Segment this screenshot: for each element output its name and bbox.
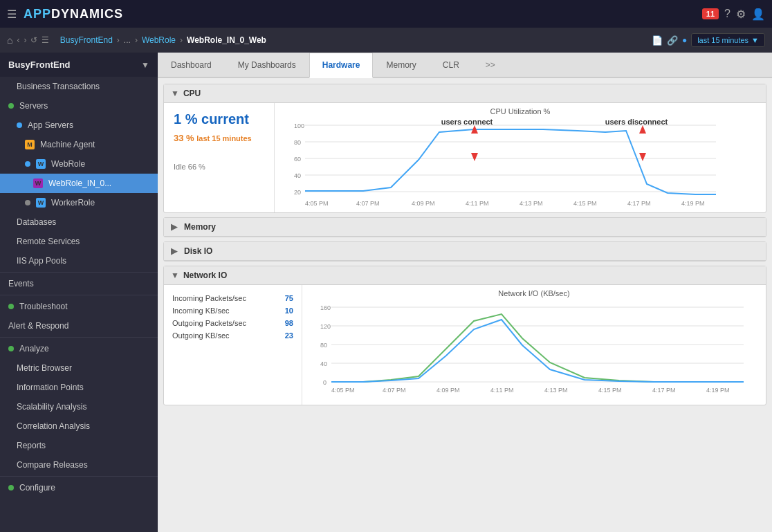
tab-clr[interactable]: CLR	[430, 53, 472, 77]
agent-icon-blue: W	[36, 159, 46, 169]
hamburger-icon[interactable]: ☰	[7, 8, 17, 21]
home-icon[interactable]: ⌂	[7, 35, 12, 46]
help-icon[interactable]: ?	[724, 8, 730, 20]
cpu-panel-header[interactable]: ▼ CPU	[164, 84, 766, 103]
breadcrumb-busyfrontend[interactable]: BusyFrontEnd	[60, 35, 113, 45]
net-stat-label-1: Incoming KB/sec	[172, 306, 230, 315]
tab-hardware[interactable]: Hardware	[309, 53, 374, 78]
sidebar-label: Business Transactions	[17, 82, 100, 91]
sidebar-label: Troubleshoot	[19, 302, 68, 311]
time-selector[interactable]: last 15 minutes ▼	[691, 33, 765, 47]
sidebar-item-information-points[interactable]: Information Points	[0, 378, 158, 397]
cpu-chart-area: CPU Utilization % 100 80 60 40 20	[275, 103, 766, 212]
svg-text:4:15 PM: 4:15 PM	[598, 387, 622, 394]
sidebar-item-compare-releases[interactable]: Compare Releases	[0, 455, 158, 475]
svg-text:4:05 PM: 4:05 PM	[305, 200, 329, 207]
net-stat-row-1: Incoming KB/sec 10	[172, 304, 293, 317]
sidebar-label: Compare Releases	[17, 460, 88, 470]
svg-text:100: 100	[294, 122, 304, 129]
divider3	[0, 337, 158, 338]
network-io-panel-header[interactable]: ▼ Network IO	[164, 266, 766, 285]
sidebar-item-alert-respond[interactable]: Alert & Respond	[0, 316, 158, 336]
notification-badge[interactable]: 11	[702, 8, 719, 19]
cpu-chart-title: CPU Utilization %	[280, 107, 760, 116]
sidebar-dropdown-icon: ▼	[141, 60, 149, 70]
sidebar-item-analyze[interactable]: Analyze	[0, 339, 158, 358]
svg-text:4:13 PM: 4:13 PM	[544, 387, 568, 394]
svg-text:80: 80	[294, 139, 301, 146]
cpu-idle-value: Idle 66 %	[174, 163, 264, 171]
disk-io-panel-title: Disk IO	[184, 246, 212, 256]
sidebar-label: App Servers	[28, 120, 73, 130]
svg-text:4:09 PM: 4:09 PM	[436, 387, 460, 394]
breadcrumb-webrole[interactable]: WebRole	[142, 35, 176, 45]
tab-my-dashboards[interactable]: My Dashboards	[225, 53, 309, 77]
sidebar-app-name: BusyFrontEnd	[8, 59, 71, 70]
svg-text:4:19 PM: 4:19 PM	[681, 200, 705, 207]
network-io-panel-title: Network IO	[183, 270, 227, 280]
nav-forward-icon[interactable]: ›	[24, 35, 26, 45]
sidebar-label: Metric Browser	[17, 363, 72, 373]
disk-io-panel-header[interactable]: ▶ Disk IO	[164, 242, 766, 261]
status-dot-green3	[8, 346, 14, 351]
sidebar-item-configure[interactable]: Configure	[0, 478, 158, 497]
settings-icon[interactable]: ⚙	[736, 8, 746, 21]
svg-text:4:17 PM: 4:17 PM	[652, 387, 676, 394]
svg-text:0: 0	[323, 379, 327, 386]
svg-text:4:11 PM: 4:11 PM	[466, 200, 489, 207]
sidebar-item-webrole-in0[interactable]: W WebRole_IN_0...	[0, 174, 158, 193]
main-layout: BusyFrontEnd ▼ Business Transactions Ser…	[0, 53, 772, 532]
sidebar-item-app-servers[interactable]: App Servers	[0, 116, 158, 135]
svg-marker-20	[471, 153, 478, 161]
nav-refresh-icon[interactable]: ↺	[30, 35, 37, 45]
sidebar-item-databases[interactable]: Databases	[0, 212, 158, 232]
link-icon[interactable]: 🔗	[667, 35, 678, 46]
sidebar-item-events[interactable]: Events	[0, 274, 158, 293]
sidebar-item-reports[interactable]: Reports	[0, 436, 158, 455]
sidebar-item-machine-agent[interactable]: M Machine Agent	[0, 135, 158, 154]
doc-icon[interactable]: 📄	[652, 35, 663, 46]
sidebar-label: Scalability Analysis	[17, 402, 86, 412]
sidebar-item-business-transactions[interactable]: Business Transactions	[0, 77, 158, 96]
tab-memory[interactable]: Memory	[373, 53, 429, 77]
net-stat-val-3: 23	[285, 331, 293, 340]
content-area: Dashboard My Dashboards Hardware Memory …	[158, 53, 772, 532]
sidebar-label: Databases	[17, 217, 56, 227]
network-io-chart-area: Network I/O (KB/sec) 160 120 80 40 0	[302, 285, 766, 405]
sidebar-item-webrole[interactable]: W WebRole	[0, 154, 158, 174]
tab-dashboard[interactable]: Dashboard	[158, 53, 225, 77]
tab-more[interactable]: >>	[472, 53, 508, 77]
sidebar-header[interactable]: BusyFrontEnd ▼	[0, 53, 158, 77]
user-icon[interactable]: 👤	[751, 8, 765, 21]
top-bar-icons: 11 ? ⚙ 👤	[702, 8, 765, 21]
svg-text:60: 60	[294, 156, 301, 163]
memory-panel-header[interactable]: ▶ Memory	[164, 218, 766, 237]
panels-container: ▼ CPU 1 % current 33 % last 15 minutes I…	[158, 78, 772, 532]
nav-back-icon[interactable]: ‹	[17, 35, 19, 45]
sidebar-item-servers[interactable]: Servers	[0, 96, 158, 116]
status-dot-blue	[17, 122, 22, 128]
svg-text:4:07 PM: 4:07 PM	[383, 387, 406, 394]
agent-icon-blue2: W	[36, 198, 46, 208]
memory-panel: ▶ Memory	[163, 217, 766, 237]
tab-bar: Dashboard My Dashboards Hardware Memory …	[158, 53, 772, 78]
nav-menu-icon[interactable]: ☰	[42, 35, 49, 45]
sidebar-label: Servers	[19, 101, 48, 111]
cpu-avg-value: 33 % last 15 minutes	[174, 133, 264, 143]
sidebar-item-iis-app-pools[interactable]: IIS App Pools	[0, 251, 158, 270]
sidebar-label: WebRole	[51, 159, 85, 169]
sidebar-item-troubleshoot[interactable]: Troubleshoot	[0, 297, 158, 316]
sidebar-item-workerrole[interactable]: W WorkerRole	[0, 193, 158, 212]
sidebar-item-metric-browser[interactable]: Metric Browser	[0, 358, 158, 378]
sidebar-item-correlation-analysis[interactable]: Correlation Analysis	[0, 416, 158, 436]
network-io-chart-svg: 160 120 80 40 0	[308, 300, 751, 401]
sidebar-item-remote-services[interactable]: Remote Services	[0, 232, 158, 251]
status-dot-green	[8, 103, 14, 109]
sidebar-item-scalability-analysis[interactable]: Scalability Analysis	[0, 397, 158, 416]
sidebar-label: Analyze	[19, 344, 49, 354]
svg-text:40: 40	[294, 172, 301, 179]
svg-marker-22	[639, 125, 646, 134]
svg-text:80: 80	[320, 342, 327, 349]
sidebar: BusyFrontEnd ▼ Business Transactions Ser…	[0, 53, 158, 532]
disk-io-expand-icon: ▶	[171, 246, 177, 256]
